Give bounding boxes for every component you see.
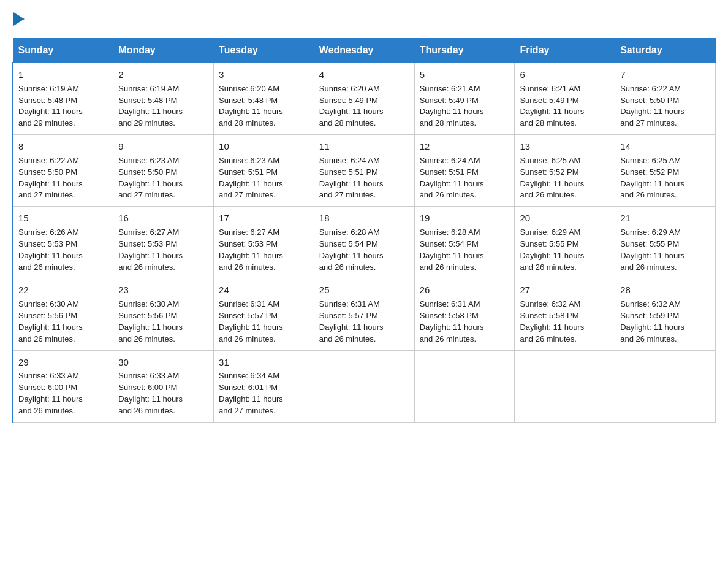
calendar-cell: 28Sunrise: 6:32 AMSunset: 5:59 PMDayligh… — [615, 278, 716, 350]
calendar-cell: 24Sunrise: 6:31 AMSunset: 5:57 PMDayligh… — [214, 278, 314, 350]
weekday-header-sunday: Sunday — [13, 39, 113, 63]
calendar-cell: 27Sunrise: 6:32 AMSunset: 5:58 PMDayligh… — [515, 278, 615, 350]
weekday-header-monday: Monday — [113, 39, 214, 63]
day-number: 11 — [319, 140, 409, 153]
calendar-cell: 20Sunrise: 6:29 AMSunset: 5:55 PMDayligh… — [515, 207, 615, 278]
calendar-cell — [414, 350, 515, 422]
weekday-header-tuesday: Tuesday — [214, 39, 314, 63]
day-number: 31 — [219, 356, 309, 369]
calendar-cell: 7Sunrise: 6:22 AMSunset: 5:50 PMDaylight… — [615, 63, 716, 135]
day-number: 17 — [219, 212, 309, 225]
day-number: 30 — [118, 356, 208, 369]
calendar-cell — [314, 350, 414, 422]
calendar-cell: 22Sunrise: 6:30 AMSunset: 5:56 PMDayligh… — [13, 278, 113, 350]
calendar-cell: 23Sunrise: 6:30 AMSunset: 5:56 PMDayligh… — [113, 278, 214, 350]
day-number: 15 — [18, 212, 108, 225]
weekday-header-saturday: Saturday — [615, 39, 716, 63]
logo-arrow-icon — [13, 12, 25, 26]
day-number: 21 — [620, 212, 710, 225]
day-number: 28 — [620, 283, 710, 297]
day-number: 1 — [18, 68, 108, 82]
calendar-cell: 4Sunrise: 6:20 AMSunset: 5:49 PMDaylight… — [314, 63, 414, 135]
day-number: 23 — [118, 283, 208, 297]
calendar-cell: 6Sunrise: 6:21 AMSunset: 5:49 PMDaylight… — [515, 63, 615, 135]
day-number: 27 — [520, 283, 610, 297]
calendar-cell: 5Sunrise: 6:21 AMSunset: 5:49 PMDaylight… — [414, 63, 515, 135]
calendar-cell: 3Sunrise: 6:20 AMSunset: 5:48 PMDaylight… — [214, 63, 314, 135]
day-number: 29 — [18, 356, 108, 369]
calendar-cell: 30Sunrise: 6:33 AMSunset: 6:00 PMDayligh… — [113, 350, 214, 422]
day-number: 12 — [420, 140, 510, 153]
day-number: 19 — [420, 212, 510, 225]
weekday-header-wednesday: Wednesday — [314, 39, 414, 63]
calendar-week-row: 29Sunrise: 6:33 AMSunset: 6:00 PMDayligh… — [13, 350, 716, 422]
calendar-cell: 19Sunrise: 6:28 AMSunset: 5:54 PMDayligh… — [414, 207, 515, 278]
day-number: 20 — [520, 212, 610, 225]
page-header — [12, 12, 716, 26]
calendar-cell: 1Sunrise: 6:19 AMSunset: 5:48 PMDaylight… — [13, 63, 113, 135]
calendar-cell: 12Sunrise: 6:24 AMSunset: 5:51 PMDayligh… — [414, 135, 515, 207]
day-number: 14 — [620, 140, 710, 153]
calendar-cell: 14Sunrise: 6:25 AMSunset: 5:52 PMDayligh… — [615, 135, 716, 207]
day-number: 9 — [118, 140, 208, 153]
day-number: 3 — [219, 68, 309, 82]
day-number: 26 — [420, 283, 510, 297]
day-number: 13 — [520, 140, 610, 153]
calendar-cell: 17Sunrise: 6:27 AMSunset: 5:53 PMDayligh… — [214, 207, 314, 278]
calendar-cell: 15Sunrise: 6:26 AMSunset: 5:53 PMDayligh… — [13, 207, 113, 278]
logo — [12, 12, 25, 26]
calendar-week-row: 15Sunrise: 6:26 AMSunset: 5:53 PMDayligh… — [13, 207, 716, 278]
day-number: 25 — [319, 283, 409, 297]
calendar-cell: 8Sunrise: 6:22 AMSunset: 5:50 PMDaylight… — [13, 135, 113, 207]
day-number: 24 — [219, 283, 309, 297]
calendar-cell — [615, 350, 716, 422]
day-number: 5 — [420, 68, 510, 82]
day-number: 7 — [620, 68, 710, 82]
calendar-week-row: 22Sunrise: 6:30 AMSunset: 5:56 PMDayligh… — [13, 278, 716, 350]
day-number: 18 — [319, 212, 409, 225]
calendar-table: SundayMondayTuesdayWednesdayThursdayFrid… — [12, 38, 716, 423]
day-number: 16 — [118, 212, 208, 225]
calendar-cell: 11Sunrise: 6:24 AMSunset: 5:51 PMDayligh… — [314, 135, 414, 207]
day-number: 22 — [18, 283, 108, 297]
calendar-cell: 10Sunrise: 6:23 AMSunset: 5:51 PMDayligh… — [214, 135, 314, 207]
calendar-cell: 9Sunrise: 6:23 AMSunset: 5:50 PMDaylight… — [113, 135, 214, 207]
day-number: 6 — [520, 68, 610, 82]
calendar-cell: 31Sunrise: 6:34 AMSunset: 6:01 PMDayligh… — [214, 350, 314, 422]
weekday-header-thursday: Thursday — [414, 39, 515, 63]
calendar-cell: 29Sunrise: 6:33 AMSunset: 6:00 PMDayligh… — [13, 350, 113, 422]
calendar-cell: 21Sunrise: 6:29 AMSunset: 5:55 PMDayligh… — [615, 207, 716, 278]
day-number: 8 — [18, 140, 108, 153]
calendar-cell: 25Sunrise: 6:31 AMSunset: 5:57 PMDayligh… — [314, 278, 414, 350]
day-number: 2 — [118, 68, 208, 82]
day-number: 10 — [219, 140, 309, 153]
day-number: 4 — [319, 68, 409, 82]
calendar-cell: 26Sunrise: 6:31 AMSunset: 5:58 PMDayligh… — [414, 278, 515, 350]
weekday-header-row: SundayMondayTuesdayWednesdayThursdayFrid… — [13, 39, 716, 63]
calendar-week-row: 1Sunrise: 6:19 AMSunset: 5:48 PMDaylight… — [13, 63, 716, 135]
calendar-week-row: 8Sunrise: 6:22 AMSunset: 5:50 PMDaylight… — [13, 135, 716, 207]
calendar-cell: 2Sunrise: 6:19 AMSunset: 5:48 PMDaylight… — [113, 63, 214, 135]
calendar-cell: 16Sunrise: 6:27 AMSunset: 5:53 PMDayligh… — [113, 207, 214, 278]
calendar-cell: 18Sunrise: 6:28 AMSunset: 5:54 PMDayligh… — [314, 207, 414, 278]
weekday-header-friday: Friday — [515, 39, 615, 63]
calendar-cell — [515, 350, 615, 422]
calendar-cell: 13Sunrise: 6:25 AMSunset: 5:52 PMDayligh… — [515, 135, 615, 207]
